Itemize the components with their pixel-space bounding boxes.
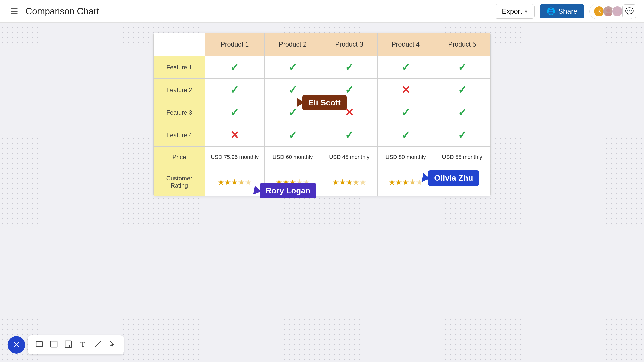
- chat-icon: 💬: [625, 7, 634, 15]
- feature-value-cell: ✓: [377, 101, 434, 124]
- feature-value-cell: ✓: [321, 124, 378, 147]
- feature-label: Feature 2: [154, 79, 205, 101]
- star-filled: ★: [389, 178, 395, 186]
- svg-point-3: [614, 13, 621, 17]
- line-tool-button[interactable]: [91, 338, 104, 351]
- check-icon: ✓: [288, 61, 297, 73]
- feature-value-cell: ✓: [434, 101, 491, 124]
- check-icon: ✓: [458, 107, 467, 118]
- price-cell: USD 80 monthly: [377, 147, 434, 168]
- check-icon: ✓: [230, 84, 239, 96]
- table-container: Product 1 Product 2 Product 3 Product 4 …: [153, 33, 491, 196]
- topbar: Comparison Chart Export ▾ 🌐 Share K +3 💬: [0, 0, 644, 23]
- close-button[interactable]: ✕: [8, 336, 25, 354]
- bottom-toolbar: ✕ T: [8, 335, 124, 354]
- share-button[interactable]: 🌐 Share: [540, 4, 584, 18]
- svg-point-0: [606, 8, 610, 12]
- svg-rect-7: [65, 341, 72, 347]
- price-cell: USD 60 monthly: [264, 147, 321, 168]
- price-cell: USD 55 monthly: [434, 147, 491, 168]
- card-icon: [50, 340, 58, 350]
- menu-button[interactable]: [8, 5, 21, 18]
- main-content: Product 1 Product 2 Product 3 Product 4 …: [0, 23, 644, 342]
- star-half: ★: [353, 178, 359, 186]
- svg-rect-4: [36, 342, 42, 347]
- close-icon: ✕: [13, 340, 20, 350]
- olivia-tooltip-label: Olivia Zhu: [428, 170, 479, 186]
- star-half: ★: [238, 178, 245, 186]
- feature-value-cell: ✓: [434, 56, 491, 79]
- table-row: Feature 1✓✓✓✓✓: [154, 56, 491, 79]
- price-cell: USD 45 monthly: [321, 147, 378, 168]
- svg-point-1: [605, 13, 612, 17]
- menu-line: [11, 13, 18, 14]
- check-icon: ✓: [401, 61, 410, 73]
- feature-value-cell: ✓: [264, 56, 321, 79]
- header-product-2: Product 2: [264, 33, 321, 56]
- table-row: PriceUSD 75.95 monthlyUSD 60 monthlyUSD …: [154, 147, 491, 168]
- cross-icon: ✕: [230, 129, 239, 141]
- header-product-1: Product 1: [205, 33, 265, 56]
- export-button[interactable]: Export ▾: [495, 4, 535, 19]
- check-icon: ✓: [230, 107, 239, 118]
- eli-cursor-tooltip: Eli Scott: [294, 95, 347, 110]
- feature-value-cell: ✓: [205, 101, 265, 124]
- star-empty: ★: [245, 178, 252, 186]
- star-filled: ★: [339, 178, 346, 186]
- feature-label: Feature 4: [154, 124, 205, 147]
- rectangle-tool-button[interactable]: [33, 338, 46, 351]
- header-product-5: Product 5: [434, 33, 491, 56]
- card-tool-button[interactable]: [47, 338, 60, 351]
- star-filled: ★: [332, 178, 339, 186]
- eli-tooltip-label: Eli Scott: [302, 95, 347, 110]
- check-icon: ✓: [288, 129, 297, 141]
- feature-value-cell: ✓: [205, 56, 265, 79]
- feature-value-cell: ✓: [377, 124, 434, 147]
- chat-button[interactable]: 💬: [622, 4, 636, 18]
- rory-cursor-tooltip: Rory Logan: [252, 183, 316, 198]
- feature-value-cell: ✓: [434, 79, 491, 101]
- check-icon: ✓: [288, 84, 297, 96]
- feature-value-cell: ✓: [264, 124, 321, 147]
- check-icon: ✓: [458, 84, 467, 96]
- svg-rect-5: [51, 341, 57, 347]
- cross-icon: ✕: [401, 84, 410, 96]
- feature-label: Customer Rating: [154, 168, 205, 196]
- export-label: Export: [502, 7, 522, 15]
- check-icon: ✓: [345, 61, 354, 73]
- text-icon: T: [79, 340, 87, 350]
- check-icon: ✓: [458, 129, 467, 141]
- svg-line-9: [95, 341, 101, 347]
- feature-value-cell: ✓: [321, 56, 378, 79]
- feature-label: Feature 3: [154, 101, 205, 124]
- pointer-icon: [108, 340, 116, 350]
- sticky-note-tool-button[interactable]: [62, 338, 75, 351]
- globe-icon: 🌐: [547, 7, 555, 15]
- table-row: Feature 4✕✓✓✓✓: [154, 124, 491, 147]
- pointer-tool-button[interactable]: [106, 338, 119, 351]
- menu-line: [11, 11, 18, 12]
- star-half: ★: [409, 178, 416, 186]
- feature-value-cell: ✕: [205, 124, 265, 147]
- star-filled: ★: [224, 178, 231, 186]
- check-icon: ✓: [401, 129, 410, 141]
- feature-label: Feature 1: [154, 56, 205, 79]
- rating-cell: ★★★★★: [321, 168, 378, 196]
- star-empty: ★: [359, 178, 366, 186]
- text-tool-button[interactable]: T: [76, 338, 90, 351]
- check-icon: ✓: [230, 61, 239, 73]
- avatar: [612, 6, 623, 17]
- star-filled: ★: [402, 178, 409, 186]
- line-icon: [94, 340, 102, 350]
- tool-group: T: [28, 335, 124, 354]
- star-filled: ★: [395, 178, 402, 186]
- feature-value-cell: ✕: [377, 79, 434, 101]
- menu-line: [11, 8, 18, 9]
- feature-label: Price: [154, 147, 205, 168]
- feature-value-cell: ✓: [377, 56, 434, 79]
- check-icon: ✓: [458, 61, 467, 73]
- check-icon: ✓: [345, 84, 354, 96]
- feature-value-cell: ✓: [434, 124, 491, 147]
- feature-value-cell: ✓: [205, 79, 265, 101]
- rory-tooltip-label: Rory Logan: [260, 183, 316, 198]
